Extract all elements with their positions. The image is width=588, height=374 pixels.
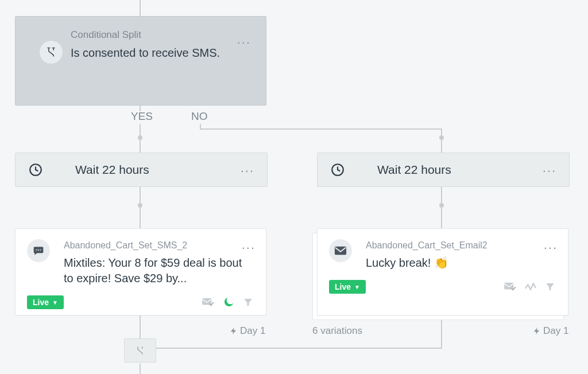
connector (441, 187, 442, 228)
status-pill[interactable]: Live ▼ (329, 280, 366, 294)
wait-card-yes[interactable]: Wait 22 hours (15, 153, 268, 187)
connector (441, 128, 442, 153)
day-annotation-no: Day 1 (533, 325, 568, 337)
chevron-down-icon: ▼ (354, 284, 360, 290)
quiet-hours-icon: z (222, 296, 235, 309)
message-preview: Mixtiles: Your 8 for $59 deal is bout to… (64, 255, 253, 286)
svg-point-3 (38, 250, 39, 251)
split-description: Is consented to receive SMS. (71, 46, 252, 60)
connector-dot (138, 203, 142, 208)
message-name: Abandoned_Cart_Set_Email2 (366, 240, 555, 251)
connector (140, 187, 141, 228)
envelope-check-icon (504, 282, 516, 292)
connector-dot (439, 135, 444, 140)
sms-message-card[interactable]: Abandoned_Cart_Set_SMS_2 Mixtiles: Your … (15, 228, 266, 315)
status-text: Live (335, 282, 351, 291)
email-icon (329, 239, 352, 262)
message-footer-icons (504, 282, 555, 292)
split-more-menu[interactable] (237, 35, 251, 50)
activity-icon (524, 282, 537, 292)
filter-icon (243, 297, 253, 307)
connector (140, 0, 141, 16)
email-message-card-stack[interactable]: Abandoned_Cart_Set_Email2 Lucky break! 👏… (317, 228, 568, 315)
svg-text:z: z (229, 298, 231, 303)
connector (155, 348, 442, 349)
wait-card-no[interactable]: Wait 22 hours (317, 153, 570, 187)
message-footer-icons: z (202, 296, 253, 309)
status-text: Live (33, 298, 49, 307)
connector-dot (439, 203, 444, 208)
merge-node[interactable] (124, 338, 156, 363)
wait-more-menu[interactable] (241, 163, 254, 178)
connector (200, 128, 442, 130)
yes-label: YES (131, 110, 153, 123)
wait-text: Wait 22 hours (75, 163, 149, 177)
envelope-check-icon (202, 297, 214, 307)
connector (140, 106, 141, 111)
message-more-menu[interactable] (242, 240, 256, 255)
connector (441, 320, 442, 348)
message-name: Abandoned_Cart_Set_SMS_2 (64, 240, 253, 251)
connector (140, 364, 141, 374)
no-label: NO (191, 110, 208, 123)
clock-icon (330, 162, 345, 177)
variations-annotation: 6 variations (312, 325, 362, 337)
svg-point-2 (36, 250, 37, 251)
sms-icon (27, 239, 50, 262)
clock-icon (28, 162, 43, 177)
status-pill[interactable]: Live ▼ (27, 295, 64, 309)
split-title: Conditional Split (71, 29, 252, 41)
day-annotation-yes: Day 1 (230, 325, 265, 337)
message-preview: Lucky break! 👏 (366, 255, 555, 271)
filter-icon (545, 282, 555, 292)
wait-text: Wait 22 hours (377, 163, 451, 177)
split-icon (40, 41, 63, 64)
conditional-split-card[interactable]: Conditional Split Is consented to receiv… (15, 16, 266, 106)
chevron-down-icon: ▼ (52, 299, 58, 306)
wait-more-menu[interactable] (543, 163, 556, 178)
svg-rect-7 (335, 247, 346, 255)
svg-point-4 (40, 250, 41, 251)
connector-dot (138, 135, 142, 140)
connector (140, 315, 141, 338)
message-more-menu[interactable] (544, 240, 558, 255)
